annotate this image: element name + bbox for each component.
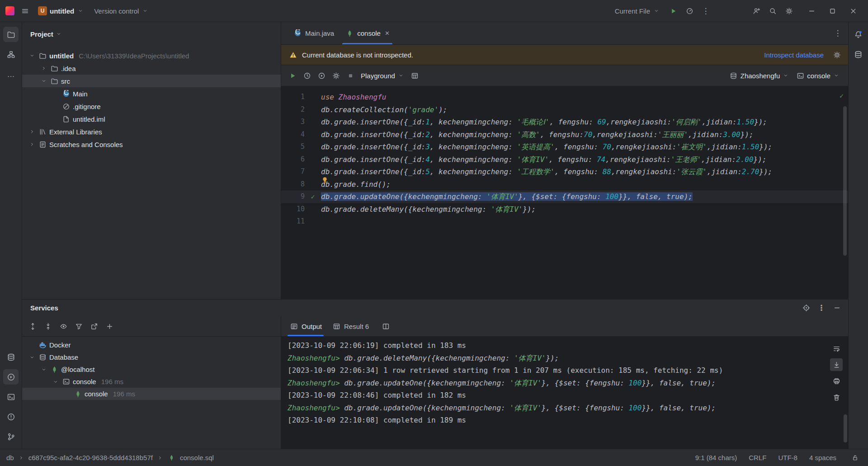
datasource-selector[interactable]: Zhaoshengfu [726, 69, 793, 82]
tab-result[interactable]: Result 6 [327, 316, 373, 336]
collapse-all-button[interactable] [41, 319, 55, 333]
terminal-tool-button[interactable] [3, 389, 19, 404]
banner-settings-button[interactable] [830, 48, 844, 62]
run-button[interactable] [666, 4, 680, 18]
code-line-2[interactable]: 2db.createCollection('grade'); [281, 104, 848, 116]
problems-tool-button[interactable] [3, 409, 19, 424]
project-panel-header[interactable]: Project [22, 22, 281, 46]
tree-item-localhost[interactable]: @localhost [22, 363, 281, 376]
search-everywhere-button[interactable] [766, 4, 779, 18]
code-line-6[interactable]: 6db.grade.insertOne({_id:4, kechengmingc… [281, 153, 848, 166]
tree-item-untitled-iml[interactable]: untitled.iml [22, 113, 281, 125]
expand-all-button[interactable] [26, 319, 39, 333]
add-service-button[interactable] [103, 319, 116, 333]
project-tool-button[interactable] [3, 27, 19, 42]
breadcrumb-session[interactable]: c687c95c-afa2-4c20-9638-5ddd4318b57f [28, 454, 153, 461]
breadcrumb-db[interactable]: db [6, 454, 14, 461]
window-maximize-button[interactable] [822, 0, 843, 22]
chevron-down-icon[interactable] [40, 76, 47, 86]
editor-scrollbar[interactable] [843, 106, 847, 256]
service-view-options-button[interactable] [799, 301, 813, 315]
code-line-3[interactable]: 3db.grade.insertOne({_id:1, kechengmingc… [281, 116, 848, 128]
tree-item-external-libraries[interactable]: External Libraries [22, 125, 281, 138]
window-minimize-button[interactable] [801, 0, 822, 22]
code-line-11[interactable]: 11 [281, 215, 848, 228]
services-more-button[interactable]: ⋮ [815, 301, 828, 315]
clear-output-button[interactable] [830, 391, 843, 404]
inspections-ok-icon[interactable]: ✓ [840, 92, 844, 100]
code-line-9[interactable]: 9✓db.grade.updateOne({kechengmingcheng: … [281, 190, 848, 203]
show-options-button[interactable] [57, 319, 70, 333]
execute-button[interactable] [286, 69, 299, 82]
tree-item-scratches-and-consoles[interactable]: Scratches and Consoles [22, 138, 281, 151]
settings-button[interactable] [782, 4, 796, 18]
run-config-widget[interactable]: Current File [611, 4, 664, 18]
output-console[interactable]: [2023-10-09 22:06:19] completed in 183 m… [281, 337, 848, 449]
history-button[interactable] [300, 69, 314, 82]
run-all-button[interactable] [315, 69, 328, 82]
tree-item-main[interactable]: CMain [22, 87, 281, 100]
output-scrollbar[interactable] [844, 414, 847, 442]
code-line-5[interactable]: 5db.grade.insertOne({_id:3, kechengmingc… [281, 141, 848, 153]
file-encoding[interactable]: UTF-8 [778, 454, 797, 461]
tree-item-console[interactable]: console196 ms [22, 388, 281, 400]
more-tools-button[interactable]: … [3, 67, 19, 82]
structure-tool-button[interactable] [3, 47, 19, 62]
services-tool-button[interactable] [3, 369, 19, 385]
database-tool-button-right[interactable] [851, 47, 866, 62]
console-selector[interactable]: console [793, 69, 843, 82]
tree-item-database[interactable]: Database [22, 351, 281, 363]
editor-options-button[interactable]: ⋮ [831, 27, 844, 40]
tab-output[interactable]: Output [285, 316, 326, 336]
intellij-logo-icon[interactable] [5, 6, 14, 15]
chevron-down-icon[interactable] [28, 353, 36, 362]
code-line-1[interactable]: 1use Zhaoshengfu [281, 91, 848, 104]
version-control-tool-button[interactable] [3, 429, 19, 444]
open-in-new-tab-button[interactable] [87, 319, 101, 333]
chevron-right-icon[interactable] [40, 64, 47, 73]
window-close-button[interactable] [843, 0, 863, 22]
tab-console[interactable]: console ✕ [340, 22, 395, 44]
tree-item-docker[interactable]: Docker [22, 339, 281, 351]
more-actions-button[interactable]: ⋮ [699, 4, 712, 18]
notifications-button[interactable] [851, 27, 866, 42]
tab-main-java[interactable]: C Main.java [288, 22, 340, 44]
chevron-down-icon[interactable] [28, 51, 36, 60]
code-line-8[interactable]: 8db.grade.find(); [281, 178, 848, 191]
tree-item-gitignore[interactable]: .gitignore [22, 100, 281, 113]
scroll-to-end-button[interactable] [830, 358, 843, 371]
code-line-10[interactable]: 10db.grade.deleteMany({kechengmingcheng:… [281, 203, 848, 216]
chevron-down-icon[interactable] [52, 377, 59, 386]
indent-config[interactable]: 4 spaces [809, 454, 836, 461]
tree-item-src[interactable]: src [22, 75, 281, 87]
filter-button[interactable] [72, 319, 85, 333]
stop-button[interactable] [344, 69, 357, 82]
profiler-button[interactable] [683, 4, 696, 18]
breadcrumb-file[interactable]: console.sql [180, 454, 214, 461]
table-view-button[interactable] [408, 69, 422, 82]
intention-bulb-icon[interactable] [320, 176, 329, 185]
code-with-me-button[interactable] [750, 4, 763, 18]
vcs-widget[interactable]: Version control [90, 4, 152, 18]
caret-position[interactable]: 9:1 (84 chars) [695, 454, 737, 461]
tree-item-console[interactable]: console196 ms [22, 376, 281, 388]
hide-panel-button[interactable] [830, 301, 844, 315]
code-line-7[interactable]: 7db.grade.insertOne({_id:5, kechengmingc… [281, 166, 848, 178]
tree-item-idea[interactable]: .idea [22, 62, 281, 75]
introspect-database-link[interactable]: Introspect database [764, 51, 824, 59]
console-settings-button[interactable] [329, 69, 343, 82]
database-tool-button[interactable] [3, 349, 19, 365]
line-separator[interactable]: CRLF [749, 454, 766, 461]
code-line-4[interactable]: 4db.grade.insertOne({_id:2, kechengmingc… [281, 128, 848, 141]
chevron-right-icon[interactable] [28, 127, 36, 136]
soft-wrap-button[interactable] [830, 342, 843, 355]
chevron-right-icon[interactable] [28, 140, 36, 149]
split-view-button[interactable] [379, 319, 392, 333]
code-editor[interactable]: 1use Zhaoshengfu2db.createCollection('gr… [281, 86, 848, 299]
tree-item-untitled[interactable]: untitledC:\Users\31339\IdeaProjects\unti… [22, 49, 281, 62]
readonly-toggle-button[interactable] [848, 451, 862, 465]
playground-selector[interactable]: Playground [358, 69, 407, 82]
chevron-down-icon[interactable] [40, 365, 47, 374]
project-widget[interactable]: U untitled [34, 4, 88, 18]
close-tab-icon[interactable]: ✕ [385, 30, 390, 37]
